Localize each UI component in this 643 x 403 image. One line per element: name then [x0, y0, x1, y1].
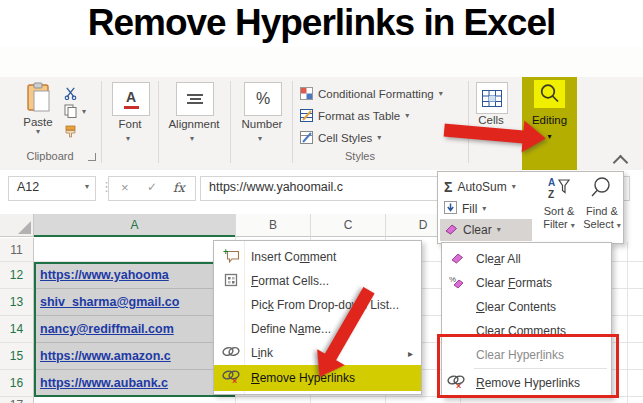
- autosum-sigma-icon: Σ: [444, 179, 452, 195]
- cell-a16-hyperlink[interactable]: https://www.aubank.c: [36, 370, 233, 397]
- insert-comment-icon: +: [220, 248, 242, 266]
- sort-filter-button[interactable]: AZ Sort & Filter ▾: [538, 175, 580, 231]
- paste-dropdown-caret[interactable]: ▾: [16, 128, 60, 136]
- name-box[interactable]: A12 ▾: [8, 176, 96, 201]
- ribbon-divider: [158, 81, 159, 163]
- select-all-corner[interactable]: [0, 214, 34, 237]
- submenu-arrow-icon: ▸: [408, 348, 413, 359]
- copy-dropdown-caret[interactable]: ▾: [82, 108, 86, 116]
- svg-text:%: %: [449, 275, 456, 284]
- row-header-12[interactable]: 12: [0, 262, 34, 289]
- format-as-table-button[interactable]: Format as Table▾: [300, 106, 409, 126]
- row-header-17[interactable]: 17: [0, 397, 34, 403]
- svg-text:×: ×: [232, 376, 237, 384]
- menu-item-insert-comment[interactable]: + Insert Comment: [214, 245, 421, 269]
- paste-button[interactable]: Paste ▾: [16, 82, 60, 148]
- find-select-button[interactable]: Find & Select ▾: [582, 175, 622, 231]
- insert-function-icon[interactable]: fx: [173, 180, 185, 195]
- svg-text:A: A: [548, 177, 555, 188]
- font-dropdown-caret[interactable]: ▾: [126, 135, 130, 143]
- number-dropdown-caret[interactable]: ▾: [258, 135, 262, 143]
- clipboard-dialog-launcher-icon[interactable]: [88, 153, 96, 161]
- format-cells-icon: [220, 273, 242, 290]
- editing-magnifier-icon: [534, 80, 565, 108]
- formula-buttons: × ✓ fx: [108, 176, 196, 201]
- alignment-dropdown-caret[interactable]: ▾: [190, 135, 194, 143]
- alignment-icon[interactable]: [176, 82, 214, 116]
- cut-icon[interactable]: [64, 86, 77, 104]
- cell-a13-hyperlink[interactable]: shiv_sharma@gmail.co: [36, 289, 233, 316]
- column-header-c[interactable]: C: [310, 214, 385, 237]
- clear-button[interactable]: Clear ▾: [440, 219, 532, 241]
- name-box-caret[interactable]: ▾: [85, 182, 89, 191]
- ribbon-tab-bar: File Home Insert Page La Formul Data Rev…: [0, 47, 643, 77]
- cell-styles-icon: [300, 131, 313, 146]
- cells-icon[interactable]: [476, 82, 508, 114]
- menu-item-clear-contents[interactable]: Clear Contents: [442, 295, 611, 319]
- cancel-icon[interactable]: ×: [121, 180, 129, 195]
- sort-filter-icon: AZ: [547, 187, 571, 204]
- editing-group-panel: Σ AutoSum ▾ Fill ▾ Clear ▾ AZ Sort & Fil…: [437, 171, 624, 244]
- format-painter-icon[interactable]: [64, 124, 77, 142]
- enter-icon[interactable]: ✓: [147, 180, 157, 194]
- styles-group-label: Styles: [330, 150, 390, 162]
- ribbon-divider: [292, 81, 293, 163]
- menu-item-clear-all[interactable]: Clear All: [442, 247, 611, 271]
- svg-text:Z: Z: [548, 189, 554, 200]
- menu-item-pick-from-list[interactable]: Pick From Drop-down List...: [214, 293, 421, 317]
- row-header-15[interactable]: 15: [0, 343, 34, 370]
- paste-clipboard-icon: [25, 98, 51, 115]
- row-header-13[interactable]: 13: [0, 289, 34, 316]
- conditional-formatting-button[interactable]: Conditional Formatting▾: [300, 84, 443, 104]
- column-header-b[interactable]: B: [235, 214, 310, 237]
- conditional-formatting-icon: [300, 87, 313, 102]
- excel-screenshot: Remove Hyperlinks in Excel File Home Ins…: [0, 0, 643, 403]
- clear-all-eraser-icon: [446, 251, 468, 267]
- copy-icon[interactable]: [64, 104, 78, 122]
- cell-styles-button[interactable]: Cell Styles▾: [300, 128, 381, 148]
- row-header-14[interactable]: 14: [0, 316, 34, 343]
- cell-a14-hyperlink[interactable]: nancy@rediffmail.com: [36, 316, 233, 343]
- autosum-button[interactable]: Σ AutoSum ▾: [444, 176, 516, 197]
- select-all-triangle-icon: [18, 221, 31, 234]
- annotation-box-clear-hyperlinks: [437, 334, 619, 398]
- number-group-button[interactable]: Number: [238, 118, 286, 130]
- menu-item-define-name[interactable]: Define Name...: [214, 317, 421, 341]
- clear-eraser-icon: [444, 222, 458, 238]
- column-header-a[interactable]: A: [34, 214, 235, 237]
- grid-line: [627, 242, 628, 403]
- find-select-magnifier-icon: [590, 187, 614, 204]
- ribbon-divider: [230, 81, 231, 163]
- fill-button[interactable]: Fill ▾: [444, 198, 486, 219]
- fill-icon: [444, 201, 457, 217]
- menu-item-clear-formats[interactable]: % Clear Formats: [442, 271, 611, 295]
- number-icon[interactable]: %: [244, 82, 282, 116]
- link-icon: [220, 345, 242, 361]
- alignment-group-button[interactable]: Alignment: [162, 118, 226, 130]
- format-as-table-icon: [300, 109, 313, 124]
- clipboard-group-label: Clipboard: [14, 150, 86, 162]
- clear-formats-icon: %: [446, 274, 468, 292]
- ribbon-divider: [101, 81, 102, 163]
- font-icon[interactable]: A: [112, 82, 150, 116]
- svg-text:+: +: [223, 248, 228, 257]
- menu-item-format-cells[interactable]: Format Cells...: [214, 269, 421, 293]
- font-group-button[interactable]: Font: [104, 118, 156, 130]
- row-header-16[interactable]: 16: [0, 370, 34, 397]
- row-header-11[interactable]: 11: [0, 238, 34, 262]
- cell-a12-hyperlink[interactable]: https://www.yahooma: [36, 262, 233, 289]
- remove-hyperlink-icon: ×: [220, 369, 242, 387]
- page-title: Remove Hyperlinks in Excel: [0, 0, 643, 47]
- cell-a15-hyperlink[interactable]: https://www.amazon.c: [36, 343, 233, 370]
